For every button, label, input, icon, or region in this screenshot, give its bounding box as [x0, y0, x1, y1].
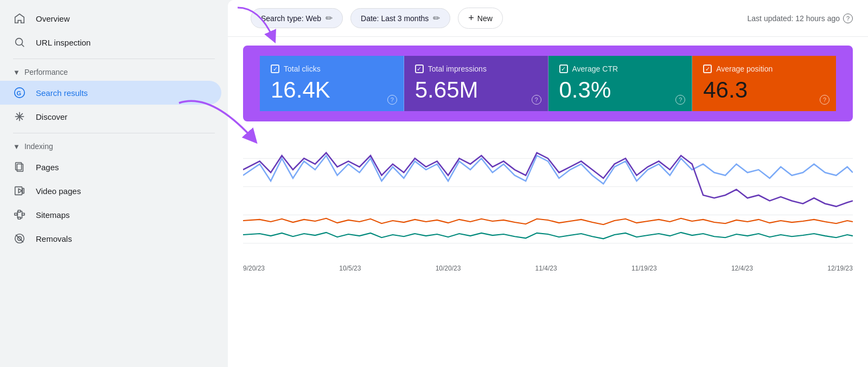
help-icon[interactable]: ?: [675, 95, 685, 105]
x-label: 12/4/23: [731, 265, 753, 272]
metric-value: 0.3%: [559, 78, 681, 102]
help-icon[interactable]: ?: [387, 95, 397, 105]
metric-checkbox[interactable]: [415, 65, 424, 73]
divider-1: [13, 59, 215, 59]
metric-header: Total clicks: [271, 65, 393, 73]
last-updated: Last updated: 12 hours ago ?: [748, 14, 853, 23]
metric-label: Average position: [716, 65, 773, 73]
sidebar-item-label: Video pages: [36, 186, 81, 196]
section-label: Indexing: [24, 142, 53, 151]
x-axis-labels: 9/20/23 10/5/23 10/20/23 11/4/23 11/19/2…: [243, 262, 853, 272]
sidebar-item-sitemaps[interactable]: Sitemaps: [0, 203, 221, 227]
metric-label: Total impressions: [428, 65, 487, 73]
x-label: 10/20/23: [436, 265, 461, 272]
metric-header: Total impressions: [415, 65, 537, 73]
sidebar-item-video-pages[interactable]: Video pages: [0, 179, 221, 203]
sidebar-item-label: Removals: [36, 234, 72, 243]
google-icon: G: [13, 86, 26, 99]
help-icon[interactable]: ?: [843, 14, 853, 23]
divider-2: [13, 133, 215, 133]
main-content: Search type: Web ✏ Date: Last 3 months ✏…: [228, 0, 868, 367]
plus-icon: +: [468, 12, 474, 24]
svg-rect-14: [18, 210, 21, 213]
new-label: New: [477, 14, 493, 23]
sidebar-item-url-inspection[interactable]: URL inspection: [0, 30, 221, 54]
x-label: 10/5/23: [339, 265, 361, 272]
edit-icon: ✏: [326, 13, 333, 23]
performance-chart: [243, 130, 853, 260]
metric-value: 16.4K: [271, 78, 393, 102]
sidebar: Overview URL inspection ▼ Performance G …: [0, 0, 228, 367]
metrics-container: Total clicks 16.4K ? Total impressions 5…: [243, 46, 853, 121]
sidebar-item-search-results[interactable]: G Search results: [0, 81, 221, 105]
x-label: 12/19/23: [827, 265, 853, 272]
svg-line-1: [22, 44, 24, 47]
metric-card-total-clicks[interactable]: Total clicks 16.4K ?: [260, 56, 404, 111]
sidebar-item-label: Sitemaps: [36, 210, 70, 220]
filter-label: Date: Last 3 months: [361, 14, 429, 23]
svg-text:G: G: [17, 90, 22, 96]
svg-line-28: [16, 235, 23, 242]
last-updated-text: Last updated: 12 hours ago: [748, 14, 840, 23]
asterisk-icon: [13, 110, 26, 123]
sidebar-item-overview[interactable]: Overview: [0, 7, 221, 30]
metric-header: Average CTR: [559, 65, 681, 73]
metric-checkbox[interactable]: [559, 65, 568, 73]
help-icon[interactable]: ?: [532, 95, 541, 105]
home-icon: [13, 12, 26, 25]
metric-checkbox[interactable]: [703, 65, 712, 73]
metric-label: Average CTR: [572, 65, 618, 73]
pages-icon: [13, 160, 26, 173]
chevron-down-icon: ▼: [13, 68, 20, 76]
date-filter[interactable]: Date: Last 3 months ✏: [350, 8, 450, 28]
svg-rect-12: [23, 188, 24, 193]
sidebar-item-discover[interactable]: Discover: [0, 105, 221, 128]
sidebar-item-pages[interactable]: Pages: [0, 155, 221, 179]
indexing-section[interactable]: ▼ Indexing: [0, 138, 228, 155]
help-icon[interactable]: ?: [820, 95, 829, 105]
metric-card-average-position[interactable]: Average position 46.3 ?: [692, 56, 836, 111]
sidebar-item-label: URL inspection: [36, 38, 91, 47]
metric-value: 46.3: [703, 78, 825, 102]
removals-icon: [13, 232, 26, 245]
filter-label: Search type: Web: [261, 14, 321, 23]
metric-card-average-ctr[interactable]: Average CTR 0.3% ?: [548, 56, 693, 111]
metric-header: Average position: [703, 65, 825, 73]
new-button[interactable]: + New: [458, 8, 503, 29]
search-icon: [13, 36, 26, 49]
search-type-filter[interactable]: Search type: Web ✏: [251, 8, 343, 28]
edit-icon: ✏: [433, 13, 440, 23]
chevron-down-icon: ▼: [13, 143, 20, 151]
x-label: 11/4/23: [535, 265, 557, 272]
sitemaps-icon: [13, 208, 26, 221]
x-label: 11/19/23: [631, 265, 657, 272]
metric-card-total-impressions[interactable]: Total impressions 5.65M ?: [404, 56, 548, 111]
svg-rect-15: [18, 217, 21, 220]
performance-section[interactable]: ▼ Performance: [0, 63, 228, 81]
metric-label: Total clicks: [284, 65, 321, 73]
svg-point-0: [16, 38, 23, 46]
svg-rect-13: [15, 213, 17, 215]
sidebar-item-label: Pages: [36, 163, 59, 172]
x-label: 9/20/23: [243, 265, 265, 272]
sidebar-item-label: Discover: [36, 112, 67, 121]
chart-area: 9/20/23 10/5/23 10/20/23 11/4/23 11/19/2…: [228, 121, 868, 367]
sidebar-item-label: Search results: [36, 88, 88, 98]
metric-checkbox[interactable]: [271, 65, 279, 73]
section-label: Performance: [24, 68, 68, 76]
metric-value: 5.65M: [415, 78, 537, 102]
sidebar-item-removals[interactable]: Removals: [0, 227, 221, 250]
sidebar-item-label: Overview: [36, 14, 70, 23]
toolbar: Search type: Web ✏ Date: Last 3 months ✏…: [228, 0, 868, 37]
svg-marker-11: [18, 189, 22, 192]
video-icon: [13, 184, 26, 197]
